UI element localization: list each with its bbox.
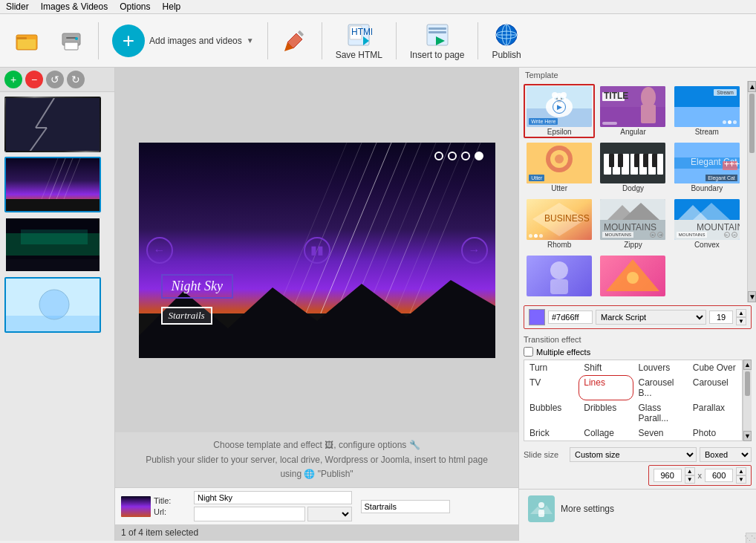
insert-to-page-button[interactable]: Insert to page	[403, 19, 472, 63]
effect-blur[interactable]: Blur	[633, 440, 688, 441]
box-type-select[interactable]: Boxed Full width	[700, 447, 752, 462]
template-scrollbar-thumb[interactable]	[749, 94, 755, 153]
slider-dot-3[interactable]	[461, 152, 470, 160]
template-scroll-up[interactable]: ▲	[748, 81, 756, 92]
height-input[interactable]	[705, 469, 733, 482]
effect-cube-over[interactable]: Cube Over	[688, 360, 742, 375]
effects-wrapper: Turn Shift Louvers Cube Over TV Lines Ca…	[524, 360, 752, 441]
template-stream[interactable]: Stream Stream	[671, 84, 743, 138]
template-zippy[interactable]: MOUNTAINS MOUNTAINS ← → Zippy	[597, 197, 668, 251]
tag-input[interactable]	[361, 500, 450, 513]
effect-shift[interactable]: Shift	[579, 360, 633, 375]
effect-brick[interactable]: Brick	[524, 426, 579, 440]
add-images-button[interactable]: + Add images and videos ▼	[105, 22, 261, 60]
menu-options[interactable]: Options	[120, 1, 150, 12]
effect-cube[interactable]: Cube	[579, 440, 633, 441]
svg-point-6	[75, 37, 78, 40]
effect-collage[interactable]: Collage	[579, 426, 633, 440]
font-size-input[interactable]	[709, 310, 733, 324]
slider-pause-button[interactable]: ▮▮	[304, 237, 330, 264]
color-swatch[interactable]	[529, 309, 545, 325]
startrails-text: Startrails	[169, 310, 205, 321]
slide-thumb-1[interactable]	[4, 97, 101, 152]
more-settings-button[interactable]: More settings	[519, 489, 756, 528]
template-epsilon[interactable]: ▶ Write Here Epsilon	[524, 84, 595, 138]
height-up[interactable]: ▲	[736, 467, 746, 475]
multiple-effects-checkbox[interactable]	[524, 347, 533, 357]
slider-dot-4[interactable]	[475, 152, 483, 160]
slider-next-button[interactable]: →	[461, 237, 488, 264]
preview-caption: Choose template and effect 🖼, configure …	[115, 432, 518, 487]
effect-dribbles[interactable]: Dribbles	[579, 400, 633, 426]
remove-slide-button[interactable]: −	[25, 71, 43, 88]
angular-dots	[602, 122, 617, 125]
width-input[interactable]	[654, 469, 682, 482]
effect-carousel[interactable]: Carousel	[688, 375, 742, 400]
night-sky-text-overlay[interactable]: Night Sky	[161, 274, 234, 299]
slide-thumbnails	[0, 92, 114, 541]
slide-thumb-3[interactable]	[4, 217, 101, 273]
redo-button[interactable]: ↻	[67, 71, 85, 88]
slide-thumb-2[interactable]	[4, 157, 101, 212]
startrails-text-overlay[interactable]: Startrails	[161, 307, 212, 325]
template-scroll-down[interactable]: ▼	[748, 291, 756, 302]
effect-parallax[interactable]: Parallax	[688, 400, 742, 426]
utter-label: Utter	[551, 184, 567, 192]
slide-prop-thumbnail	[121, 496, 151, 517]
effect-tv[interactable]: TV	[524, 375, 579, 400]
font-select[interactable]: Marck Script Arial Times New Roman	[596, 310, 706, 325]
save-html-button[interactable]: HTML Save HTML	[328, 19, 390, 63]
font-size-up[interactable]: ▲	[736, 309, 746, 317]
template-convex[interactable]: MOUNTAINS MOUNTAINS ← → Convex	[671, 197, 743, 251]
effect-kenburns[interactable]: Kenburns	[524, 440, 579, 441]
undo-button[interactable]: ↺	[46, 71, 64, 88]
effects-scroll-down[interactable]: ▼	[743, 431, 752, 441]
resize-handle[interactable]: ⋱	[746, 533, 756, 543]
title-input[interactable]	[194, 491, 352, 504]
width-up[interactable]: ▲	[685, 467, 695, 475]
effect-bubbles[interactable]: Bubbles	[524, 400, 579, 426]
height-down[interactable]: ▼	[736, 475, 746, 484]
slider-prev-button[interactable]: ←	[146, 237, 173, 264]
effect-book[interactable]: Book	[688, 440, 742, 441]
color-hex-input[interactable]	[548, 310, 593, 324]
more-settings-label: More settings	[561, 504, 614, 514]
lightning-thumb-image	[6, 98, 101, 152]
menu-help[interactable]: Help	[163, 1, 181, 12]
slider-dot-1[interactable]	[434, 152, 443, 160]
menu-images-videos[interactable]: Images & Videos	[41, 1, 108, 12]
publish-button[interactable]: Publish	[484, 19, 528, 63]
more-settings-icon	[528, 495, 555, 522]
effects-scroll-up[interactable]: ▲	[743, 360, 752, 370]
slide-thumb-4[interactable]	[4, 277, 101, 333]
url-dropdown[interactable]	[307, 507, 352, 521]
effect-seven[interactable]: Seven	[633, 426, 688, 440]
effect-lines[interactable]: Lines	[579, 375, 633, 400]
effects-scrollbar-thumb[interactable]	[745, 371, 750, 396]
template-angular[interactable]: TITLE Angular	[597, 84, 668, 138]
template-dodgy[interactable]: Dodgy	[597, 140, 668, 195]
night-sky-thumb-image	[6, 158, 101, 212]
print-button[interactable]	[50, 25, 92, 57]
tools-button[interactable]	[274, 25, 316, 57]
menu-slider[interactable]: Slider	[6, 1, 29, 12]
slide-size-select[interactable]: Custom size 800x600 1024x768	[570, 447, 697, 462]
slider-dot-2[interactable]	[448, 152, 457, 160]
svg-rect-86	[634, 154, 639, 167]
template-boundary[interactable]: Elegant Cat ++++ Elegant Cat Boundary	[671, 140, 743, 195]
template-utter[interactable]: Utter Utter	[524, 140, 595, 195]
effect-turn[interactable]: Turn	[524, 360, 579, 375]
url-input[interactable]	[194, 507, 305, 521]
insert-icon	[424, 22, 451, 48]
template-row3a[interactable]	[524, 253, 595, 299]
template-rhomb[interactable]: BUSINESS Rhomb	[524, 197, 595, 251]
effect-glass-parallax[interactable]: Glass Parall...	[633, 400, 688, 426]
template-row3b[interactable]	[597, 253, 668, 299]
font-size-down[interactable]: ▼	[736, 317, 746, 325]
effect-carousel-b[interactable]: Carousel B...	[633, 375, 688, 400]
effect-louvers[interactable]: Louvers	[633, 360, 688, 375]
effect-photo[interactable]: Photo	[688, 426, 742, 440]
open-button[interactable]	[6, 25, 48, 57]
width-down[interactable]: ▼	[685, 475, 695, 484]
add-slide-button[interactable]: +	[4, 71, 22, 88]
